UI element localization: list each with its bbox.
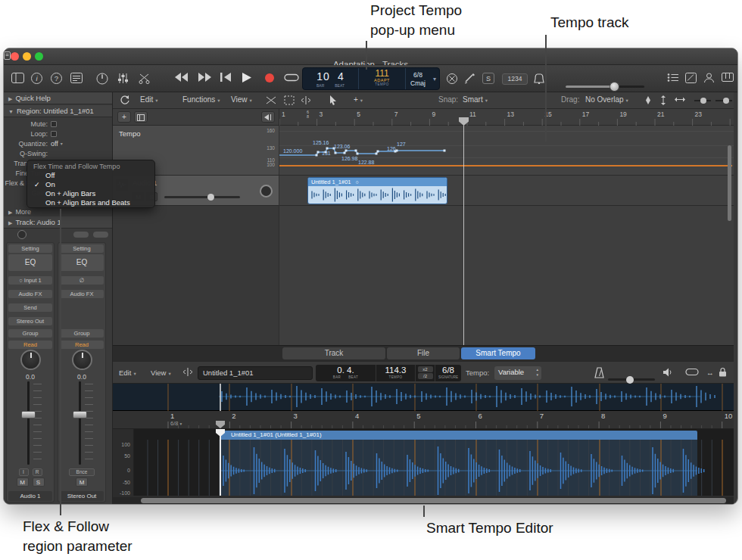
strip-slot-read[interactable]: Read xyxy=(8,341,52,349)
slider-knob[interactable] xyxy=(723,98,729,104)
menu-functions[interactable]: Functions▾ xyxy=(182,95,220,104)
volume-fader[interactable] xyxy=(7,381,54,465)
snap-menu[interactable]: Smart▾ xyxy=(463,95,488,104)
strip-slot-read[interactable]: Read xyxy=(60,341,104,349)
strip-button-bnce[interactable]: Bnce xyxy=(69,468,95,476)
horizontal-zoom-slider[interactable] xyxy=(716,100,732,101)
mini-button[interactable] xyxy=(93,232,108,238)
scrollbar-thumb[interactable] xyxy=(141,498,726,503)
param-checkbox[interactable] xyxy=(51,121,57,127)
track-volume-slider[interactable] xyxy=(164,196,240,198)
file-tempo[interactable]: 114.3 TEMPO xyxy=(376,365,416,381)
region-more-toggle[interactable]: ▶More xyxy=(8,208,31,216)
chevron-down-icon[interactable]: ▾ xyxy=(430,68,439,89)
editor-menu-view[interactable]: View▾ xyxy=(151,369,171,377)
flex-icon[interactable] xyxy=(182,367,193,377)
metronome-icon[interactable] xyxy=(594,367,604,378)
volume-knob[interactable] xyxy=(610,82,619,92)
strip-slot-audio-fx[interactable]: Audio FX xyxy=(60,290,104,298)
editor-ruler[interactable]: 6/8▾ 12345678910 xyxy=(113,411,734,429)
quick-help-icon[interactable]: ? xyxy=(51,73,62,84)
vertical-zoom-slider[interactable] xyxy=(694,100,711,101)
tab-smart-tempo[interactable]: Smart Tempo xyxy=(461,347,535,359)
bar-ruler[interactable]: 135791113151719212368 xyxy=(279,109,734,126)
horizontal-zoom-icon[interactable] xyxy=(675,95,685,104)
flex-tool-icon[interactable] xyxy=(301,95,311,105)
marquee-tool-icon[interactable] xyxy=(284,95,295,105)
fader-cap[interactable] xyxy=(73,411,87,418)
speaker-icon[interactable] xyxy=(662,367,674,378)
double-tempo-button[interactable]: x2 xyxy=(418,366,433,372)
strip-slot-setting[interactable]: Setting xyxy=(60,244,104,253)
editor-menu-edit[interactable]: Edit▾ xyxy=(119,369,136,377)
forward-button[interactable] xyxy=(198,73,211,82)
notes-icon[interactable] xyxy=(685,73,697,83)
menu-item-off[interactable]: Off xyxy=(27,171,154,180)
strip-button-i[interactable]: I xyxy=(19,468,29,476)
click-volume-slider[interactable] xyxy=(608,378,655,381)
mixer-icon[interactable] xyxy=(117,73,129,84)
playhead-position[interactable]: 0. 4. BARBEAT xyxy=(316,365,376,381)
lcd-position[interactable]: 104 BARBEAT xyxy=(303,68,359,89)
tab-file[interactable]: File xyxy=(387,347,460,359)
cycle-button[interactable] xyxy=(284,73,299,82)
slider-knob[interactable] xyxy=(700,98,706,104)
gain-knob[interactable] xyxy=(20,350,41,370)
catch-playhead-icon[interactable] xyxy=(119,95,129,105)
strip-button-r[interactable]: R xyxy=(33,468,42,476)
catch-button[interactable] xyxy=(261,111,275,123)
half-tempo-button[interactable]: /2 xyxy=(418,373,433,379)
region-param-loop[interactable]: Loop: xyxy=(4,129,113,138)
scissors-icon[interactable] xyxy=(139,73,151,84)
strip-slot-stereo-out[interactable]: Stereo Out xyxy=(8,317,52,325)
mute-button[interactable]: M xyxy=(17,478,29,487)
play-button[interactable] xyxy=(242,73,251,82)
menu-edit[interactable]: Edit▾ xyxy=(140,95,158,104)
user-icon[interactable] xyxy=(703,73,715,83)
vertical-scrollbar[interactable] xyxy=(728,145,731,221)
strip-slot-eq[interactable]: EQ xyxy=(60,254,104,271)
rewind-button[interactable] xyxy=(175,73,189,82)
strip-slot--[interactable]: ∅ xyxy=(60,276,104,285)
solo-mode-button[interactable]: S xyxy=(482,73,494,84)
horizontal-arrows-icon[interactable]: ↔ xyxy=(706,369,714,377)
menu-item-on-align-bars[interactable]: On + Align Bars xyxy=(27,189,154,198)
metronome-icon[interactable] xyxy=(534,73,544,84)
editor-region-header[interactable]: Untitled 1_1#01 (Untitled 1_1#01) xyxy=(220,431,697,440)
tempo-mode-dropdown[interactable]: Variable▴▾ xyxy=(494,366,541,380)
tuner-icon[interactable] xyxy=(96,73,108,85)
volume-fader[interactable] xyxy=(58,381,105,465)
cycle-icon[interactable] xyxy=(685,367,699,377)
mini-button[interactable] xyxy=(73,232,89,238)
gain-knob[interactable] xyxy=(72,350,92,370)
stop-button[interactable] xyxy=(220,73,231,82)
inspector-icon[interactable]: i xyxy=(31,73,42,84)
toolbar-panel-icon[interactable] xyxy=(11,73,24,83)
region-inspector-header[interactable]: ▼Region: Untitled 1_1#01 xyxy=(4,105,112,117)
param-checkbox[interactable] xyxy=(51,131,57,137)
strip-slot-group[interactable]: Group xyxy=(60,329,104,338)
menu-item-on[interactable]: On✓ xyxy=(27,180,154,189)
editor-waveform-panel[interactable]: Untitled 1_1#01 (Untitled 1_1#01) 100500… xyxy=(113,429,734,496)
freeze-knob[interactable] xyxy=(17,230,26,239)
region-header[interactable]: Untitled 1_1#01○ xyxy=(308,178,447,186)
count-in-button[interactable]: 1234 xyxy=(502,73,528,85)
master-volume-slider[interactable] xyxy=(566,86,644,88)
strip-slot-eq[interactable]: EQ xyxy=(8,254,52,271)
keyboard-icon[interactable] xyxy=(722,73,734,82)
slider-knob[interactable] xyxy=(207,194,214,201)
file-name-field[interactable]: Untitled 1_1#01 xyxy=(198,366,313,380)
checklist-icon[interactable] xyxy=(70,73,83,83)
strip-slot-group[interactable]: Group xyxy=(8,329,52,338)
tempo-track-lane[interactable]: 120.000125.16131123.06126.98122.88126127 xyxy=(279,126,734,176)
track-inspector-header[interactable]: ▶Track: Audio 1 xyxy=(4,216,112,229)
param-value[interactable]: off xyxy=(51,140,58,148)
slider-knob[interactable] xyxy=(626,376,634,384)
track-pan-knob[interactable] xyxy=(260,185,273,198)
drag-menu[interactable]: No Overlap▾ xyxy=(585,95,628,104)
duplicate-track-button[interactable] xyxy=(134,111,148,123)
tab-track[interactable]: Track xyxy=(282,347,385,359)
record-button[interactable] xyxy=(264,73,275,83)
region-param-mute[interactable]: Mute: xyxy=(4,119,113,129)
time-signature[interactable]: 6/8 SIGNATURE xyxy=(435,365,461,381)
